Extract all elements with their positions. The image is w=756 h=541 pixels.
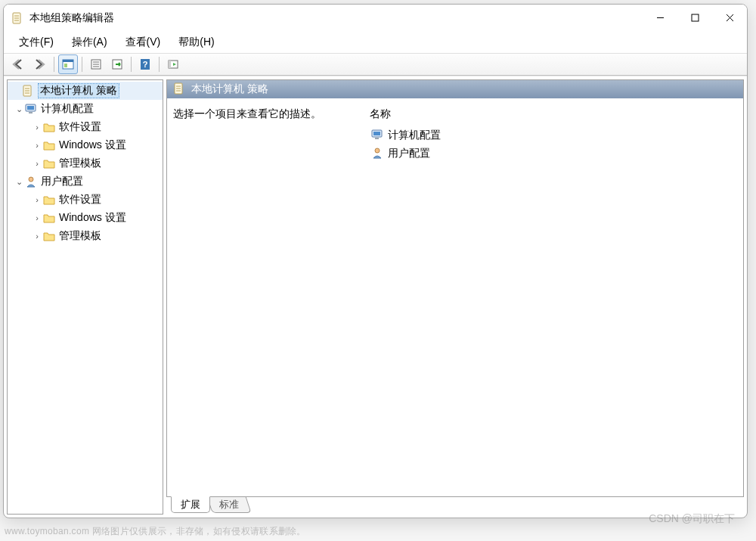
tree-node-windows-settings[interactable]: › Windows 设置 <box>8 136 163 154</box>
menu-bar: 文件(F) 操作(A) 查看(V) 帮助(H) <box>4 32 747 53</box>
tree-node-admin-templates[interactable]: › 管理模板 <box>8 154 163 173</box>
tree-label: 软件设置 <box>59 120 104 134</box>
content-header: 本地计算机 策略 <box>167 80 743 98</box>
gpedit-window: 本地组策略编辑器 文件(F) 操作(A) 查看(V) 帮助(H) <box>3 4 748 518</box>
menu-file[interactable]: 文件(F) <box>10 33 63 51</box>
user-icon <box>371 147 383 161</box>
expander-icon[interactable]: › <box>32 232 42 241</box>
tree-node-software-settings[interactable]: › 软件设置 <box>8 191 163 209</box>
action-pane-button[interactable] <box>163 54 183 74</box>
list-item-label: 用户配置 <box>388 147 430 160</box>
maximize-button[interactable] <box>677 5 712 30</box>
folder-icon <box>42 121 56 133</box>
show-hide-tree-button[interactable] <box>58 54 78 74</box>
svg-rect-21 <box>692 14 699 21</box>
expander-icon[interactable]: › <box>32 141 42 150</box>
properties-button[interactable] <box>86 54 106 74</box>
tree-label: 用户配置 <box>41 175 86 188</box>
scroll-icon <box>21 85 35 97</box>
list-item-computer-config[interactable]: 计算机配置 <box>370 126 737 145</box>
menu-help[interactable]: 帮助(H) <box>169 33 223 51</box>
tree-pane[interactable]: 本地计算机 策略 ⌄ 计算机配置 › 软件设置 › Windows 设置 › <box>7 79 163 515</box>
content-title: 本地计算机 策略 <box>191 82 268 96</box>
titlebar[interactable]: 本地组策略编辑器 <box>4 5 747 32</box>
computer-icon <box>371 129 383 143</box>
window-controls <box>643 5 747 32</box>
expander-icon[interactable]: › <box>32 213 42 222</box>
user-icon <box>24 176 38 188</box>
tree-node-software-settings[interactable]: › 软件设置 <box>8 118 163 136</box>
toolbar-separator <box>82 57 82 72</box>
toolbar <box>4 53 747 76</box>
scroll-icon <box>173 82 185 97</box>
tree-node-computer-config[interactable]: ⌄ 计算机配置 <box>8 100 163 118</box>
expander-icon[interactable]: ⌄ <box>14 104 24 114</box>
nav-back-button[interactable] <box>9 54 29 74</box>
tree-node-windows-settings[interactable]: › Windows 设置 <box>8 209 163 227</box>
minimize-button[interactable] <box>643 5 677 30</box>
export-list-button[interactable] <box>107 54 127 74</box>
tree-node-admin-templates[interactable]: › 管理模板 <box>8 227 163 245</box>
tree-node-user-config[interactable]: ⌄ 用户配置 <box>8 173 163 191</box>
toolbar-separator <box>54 57 54 72</box>
list-item-label: 计算机配置 <box>388 129 441 142</box>
expander-icon[interactable]: › <box>32 123 42 132</box>
expander-icon[interactable]: › <box>32 195 42 204</box>
window-title: 本地组策略编辑器 <box>29 11 114 25</box>
list-column: 名称 计算机配置 用户配置 <box>370 107 737 490</box>
toolbar-separator <box>131 57 132 72</box>
details-pane: 本地计算机 策略 选择一个项目来查看它的描述。 名称 计算机配置 <box>166 79 744 515</box>
tree-label: 管理模板 <box>59 157 104 170</box>
tree-label: Windows 设置 <box>59 211 129 225</box>
content-box: 本地计算机 策略 选择一个项目来查看它的描述。 名称 计算机配置 <box>166 79 744 497</box>
menu-action[interactable]: 操作(A) <box>63 33 116 51</box>
content-body: 选择一个项目来查看它的描述。 名称 计算机配置 用户配置 <box>167 98 743 496</box>
watermark: CSDN @司职在下 <box>649 512 735 526</box>
tree-root[interactable]: 本地计算机 策略 <box>8 82 163 100</box>
tree-label: Windows 设置 <box>59 138 129 152</box>
close-button[interactable] <box>712 5 747 30</box>
tab-extended[interactable]: 扩展 <box>171 496 210 513</box>
list-item-user-config[interactable]: 用户配置 <box>370 145 737 163</box>
folder-icon <box>42 157 56 169</box>
tree-label: 计算机配置 <box>41 102 97 116</box>
body-area: 本地计算机 策略 ⌄ 计算机配置 › 软件设置 › Windows 设置 › <box>4 76 747 518</box>
menu-view[interactable]: 查看(V) <box>116 33 170 51</box>
expander-icon[interactable]: › <box>32 159 42 168</box>
expander-icon[interactable]: ⌄ <box>14 177 24 187</box>
help-button[interactable] <box>135 54 155 74</box>
tree-root-label: 本地计算机 策略 <box>38 83 119 98</box>
description-column: 选择一个项目来查看它的描述。 <box>173 107 370 490</box>
tree-label: 软件设置 <box>59 193 104 207</box>
footer-caption: www.toymoban.com 网络图片仅供展示，非存储，如有侵权请联系删除。 <box>5 525 306 538</box>
titlebar-icon <box>11 12 23 24</box>
folder-icon <box>42 230 56 242</box>
column-header-name[interactable]: 名称 <box>370 107 737 126</box>
folder-icon <box>42 139 56 151</box>
toolbar-separator <box>159 57 160 72</box>
folder-icon <box>42 194 56 206</box>
tree-label: 管理模板 <box>59 229 104 243</box>
computer-icon <box>24 103 38 115</box>
description-text: 选择一个项目来查看它的描述。 <box>173 107 370 121</box>
tab-standard[interactable]: 标准 <box>206 496 251 513</box>
nav-forward-button[interactable] <box>30 54 50 74</box>
folder-icon <box>42 212 56 224</box>
